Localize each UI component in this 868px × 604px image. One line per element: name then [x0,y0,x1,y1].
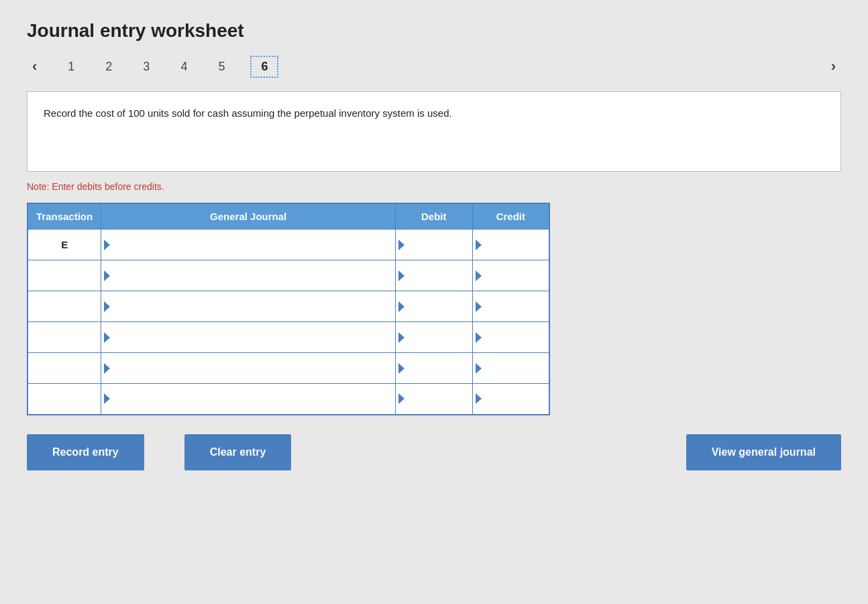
journal-input-2[interactable] [101,291,394,321]
credit-cell-4[interactable] [472,353,549,384]
page-title: Journal entry worksheet [27,20,841,42]
debit-cell-2[interactable] [395,291,472,322]
next-arrow[interactable]: › [826,55,841,78]
cell-indicator-icon [104,332,110,343]
cell-indicator-icon [476,270,482,281]
journal-cell-5[interactable] [101,384,395,415]
header-transaction: Transaction [28,203,101,230]
nav-item-3[interactable]: 3 [138,57,155,77]
credit-input-3[interactable] [473,322,549,352]
header-general-journal: General Journal [101,203,395,230]
header-credit: Credit [472,203,549,230]
nav-row: ‹ 1 2 3 4 5 6 › [27,55,841,78]
transaction-cell-5 [28,384,101,415]
cell-indicator-icon [476,240,482,250]
debit-input-5[interactable] [396,384,472,414]
debit-input-3[interactable] [396,322,472,352]
journal-input-1[interactable] [101,260,394,291]
credit-input-0[interactable] [473,230,549,260]
debit-cell-5[interactable] [395,384,472,415]
journal-input-4[interactable] [101,353,394,383]
transaction-cell-1 [28,260,101,291]
description-text: Record the cost of 100 units sold for ca… [44,107,452,119]
journal-cell-2[interactable] [101,291,395,322]
table-row [28,322,549,353]
cell-indicator-icon [398,363,404,374]
cell-indicator-icon [104,270,110,281]
table-row [28,384,549,415]
debit-input-0[interactable] [396,230,472,260]
description-box: Record the cost of 100 units sold for ca… [27,91,841,172]
table-row [28,353,549,384]
buttons-row: Record entry Clear entry View general jo… [27,434,841,470]
credit-cell-2[interactable] [472,291,549,322]
cell-indicator-icon [104,301,110,312]
credit-input-1[interactable] [473,260,549,291]
journal-cell-3[interactable] [101,322,395,353]
journal-input-3[interactable] [101,322,394,352]
transaction-cell-2 [28,291,101,322]
nav-item-6[interactable]: 6 [250,56,278,78]
cell-indicator-icon [476,363,482,374]
cell-indicator-icon [476,301,482,312]
nav-item-2[interactable]: 2 [100,57,117,77]
debit-cell-4[interactable] [395,353,472,384]
cell-indicator-icon [398,240,404,250]
debit-cell-3[interactable] [395,322,472,353]
table-row [28,260,549,291]
credit-input-2[interactable] [473,291,549,321]
cell-indicator-icon [104,393,110,404]
note-text: Note: Enter debits before credits. [27,181,841,192]
debit-cell-0[interactable] [395,230,472,260]
transaction-cell-3 [28,322,101,353]
debit-cell-1[interactable] [395,260,472,291]
table-row [28,291,549,322]
nav-item-5[interactable]: 5 [213,57,230,77]
table-row: E [28,230,549,260]
cell-indicator-icon [398,393,404,404]
header-debit: Debit [395,203,472,230]
cell-indicator-icon [476,393,482,404]
clear-entry-button[interactable]: Clear entry [184,434,292,470]
cell-indicator-icon [476,332,482,343]
journal-input-5[interactable] [101,384,394,414]
cell-indicator-icon [398,301,404,312]
journal-cell-4[interactable] [101,353,395,384]
cell-indicator-icon [398,332,404,343]
credit-cell-0[interactable] [472,230,549,260]
debit-input-1[interactable] [396,260,472,291]
journal-table: Transaction General Journal Debit Credit… [27,203,550,415]
credit-cell-3[interactable] [472,322,549,353]
record-entry-button[interactable]: Record entry [27,434,144,470]
cell-indicator-icon [104,240,110,250]
prev-arrow[interactable]: ‹ [27,55,42,78]
view-general-journal-button[interactable]: View general journal [686,434,841,470]
debit-input-4[interactable] [396,353,472,383]
credit-cell-5[interactable] [472,384,549,415]
nav-item-1[interactable]: 1 [62,57,80,77]
credit-cell-1[interactable] [472,260,549,291]
nav-item-4[interactable]: 4 [175,57,193,77]
transaction-cell-4 [28,353,101,384]
journal-cell-0[interactable] [101,230,395,260]
cell-indicator-icon [104,363,110,374]
credit-input-5[interactable] [473,384,549,414]
credit-input-4[interactable] [473,353,549,383]
transaction-cell-0: E [28,230,101,260]
debit-input-2[interactable] [396,291,472,321]
journal-input-0[interactable] [101,230,394,260]
journal-cell-1[interactable] [101,260,395,291]
cell-indicator-icon [398,270,404,281]
